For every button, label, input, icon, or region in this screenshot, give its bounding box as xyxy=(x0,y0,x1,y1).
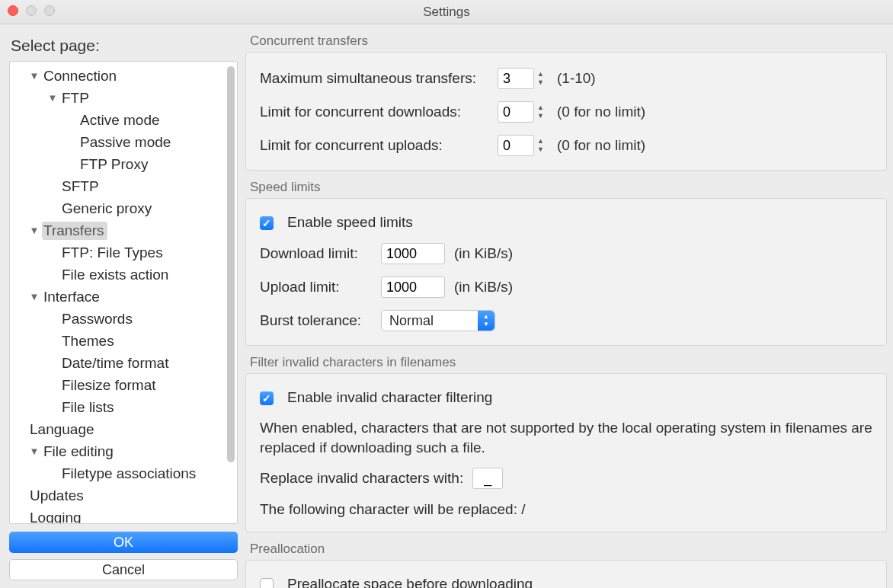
burst-tolerance-select[interactable]: Normal ▲▼ xyxy=(381,310,495,331)
tree-item-label: Themes xyxy=(60,332,117,350)
minimize-icon[interactable] xyxy=(26,5,37,16)
download-limit-label: Download limit: xyxy=(260,245,372,262)
tree-item-language[interactable]: Language xyxy=(16,418,237,440)
concurrent-uploads-input[interactable] xyxy=(498,135,534,156)
concurrent-downloads-stepper[interactable]: ▲▼ xyxy=(498,101,548,123)
disclosure-triangle-icon[interactable]: ▼ xyxy=(28,446,40,457)
max-transfers-stepper[interactable]: ▲▼ xyxy=(498,68,548,89)
tree-item-label: Generic proxy xyxy=(60,200,155,218)
concurrent-uploads-stepper[interactable]: ▲▼ xyxy=(498,135,548,156)
tree-item-label: FTP Proxy xyxy=(78,155,151,174)
tree-item-label: SFTP xyxy=(60,177,102,196)
group-concurrent: Concurrent transfers Maximum simultaneou… xyxy=(245,34,887,171)
tree-item-file-exists-action[interactable]: File exists action xyxy=(16,264,237,286)
tree-item-ftp[interactable]: ▼FTP xyxy=(16,87,237,109)
concurrent-uploads-hint: (0 for no limit) xyxy=(557,137,645,154)
group-title-concurrent: Concurrent transfers xyxy=(245,34,887,52)
tree-item-themes[interactable]: Themes xyxy=(16,330,237,352)
enable-speed-label: Enable speed limits xyxy=(287,214,413,231)
cancel-button[interactable]: Cancel xyxy=(9,559,238,580)
tree-item-label: Passive mode xyxy=(78,133,174,152)
tree-item-label: Connection xyxy=(42,67,120,85)
disclosure-triangle-icon[interactable]: ▼ xyxy=(28,70,40,81)
download-limit-input[interactable] xyxy=(381,243,445,264)
tree-item-label: FTP: File Types xyxy=(60,244,166,262)
upload-limit-input[interactable] xyxy=(381,276,445,298)
max-transfers-input[interactable] xyxy=(498,68,534,89)
tree-item-generic-proxy[interactable]: Generic proxy xyxy=(16,197,237,219)
prealloc-checkbox[interactable] xyxy=(260,578,274,588)
disclosure-triangle-icon[interactable]: ▼ xyxy=(28,291,40,302)
max-transfers-label: Maximum simultaneous transfers: xyxy=(260,70,488,87)
ok-button[interactable]: OK xyxy=(9,532,238,553)
burst-tolerance-value: Normal xyxy=(389,313,434,329)
tree-item-transfers[interactable]: ▼Transfers xyxy=(16,219,237,241)
concurrent-downloads-input[interactable] xyxy=(498,101,534,123)
tree-item-passwords[interactable]: Passwords xyxy=(16,308,237,330)
tree-item-label: Logging xyxy=(28,509,85,524)
max-transfers-hint: (1-10) xyxy=(557,70,596,87)
group-speed: Speed limits Enable speed limits Downloa… xyxy=(245,180,887,346)
stepper-arrows-icon[interactable]: ▲▼ xyxy=(537,138,548,153)
settings-tree: ▼Connection▼FTPActive modePassive modeFT… xyxy=(9,61,238,524)
following-char-label: The following character will be replaced… xyxy=(260,501,526,518)
enable-filter-label: Enable invalid character filtering xyxy=(287,389,492,406)
group-filter: Filter invalid characters in filenames E… xyxy=(245,355,887,532)
cancel-button-label: Cancel xyxy=(102,562,145,578)
tree-item-label: File exists action xyxy=(60,266,171,284)
zoom-icon[interactable] xyxy=(44,5,55,16)
concurrent-downloads-hint: (0 for no limit) xyxy=(557,104,645,120)
stepper-arrows-icon[interactable]: ▲▼ xyxy=(537,104,548,120)
tree-item-file-lists[interactable]: File lists xyxy=(16,396,237,418)
tree-item-label: Transfers xyxy=(42,222,107,240)
tree-item-label: Filesize format xyxy=(60,376,159,395)
replace-char-label: Replace invalid characters with: xyxy=(260,470,463,487)
tree-item-connection[interactable]: ▼Connection xyxy=(16,65,237,87)
tree-item-date-time-format[interactable]: Date/time format xyxy=(16,352,237,374)
tree-item-label: File lists xyxy=(60,398,117,417)
group-title-prealloc: Preallocation xyxy=(245,542,887,560)
ok-button-label: OK xyxy=(114,535,133,551)
download-limit-unit: (in KiB/s) xyxy=(454,245,513,262)
close-icon[interactable] xyxy=(8,5,18,16)
group-title-filter: Filter invalid characters in filenames xyxy=(245,355,887,373)
concurrent-downloads-label: Limit for concurrent downloads: xyxy=(260,104,488,120)
enable-speed-checkbox[interactable] xyxy=(260,216,274,230)
tree-item-filesize-format[interactable]: Filesize format xyxy=(16,374,237,396)
stepper-arrows-icon[interactable]: ▲▼ xyxy=(537,71,548,86)
tree-item-label: Active mode xyxy=(78,111,163,129)
tree-item-label: Interface xyxy=(42,288,103,306)
tree-item-filetype-associations[interactable]: Filetype associations xyxy=(16,462,237,484)
tree-item-label: Filetype associations xyxy=(60,465,199,483)
tree-item-label: File editing xyxy=(42,443,117,461)
tree-item-label: FTP xyxy=(60,89,92,107)
tree-item-active-mode[interactable]: Active mode xyxy=(16,109,237,131)
concurrent-uploads-label: Limit for concurrent uploads: xyxy=(260,137,488,154)
tree-item-logging[interactable]: Logging xyxy=(16,507,237,523)
window-controls xyxy=(8,5,55,16)
tree-item-file-editing[interactable]: ▼File editing xyxy=(16,440,237,462)
group-title-speed: Speed limits xyxy=(245,180,887,198)
prealloc-label: Preallocate space before downloading xyxy=(287,576,533,588)
tree-item-passive-mode[interactable]: Passive mode xyxy=(16,131,237,153)
upload-limit-label: Upload limit: xyxy=(260,279,372,296)
tree-item-label: Passwords xyxy=(60,310,136,328)
burst-tolerance-label: Burst tolerance: xyxy=(260,312,372,329)
tree-item-ftp-proxy[interactable]: FTP Proxy xyxy=(16,153,237,175)
filter-description: When enabled, characters that are not su… xyxy=(260,418,872,457)
tree-item-sftp[interactable]: SFTP xyxy=(16,175,237,197)
replace-char-input[interactable] xyxy=(472,468,503,489)
disclosure-triangle-icon[interactable]: ▼ xyxy=(28,225,40,236)
sidebar-heading: Select page: xyxy=(11,37,238,55)
tree-item-label: Language xyxy=(28,420,98,439)
scrollbar-thumb[interactable] xyxy=(227,66,235,462)
tree-item-interface[interactable]: ▼Interface xyxy=(16,286,237,308)
disclosure-triangle-icon[interactable]: ▼ xyxy=(46,92,59,104)
sidebar: Select page: ▼Connection▼FTPActive modeP… xyxy=(0,24,245,588)
tree-item-ftp-file-types[interactable]: FTP: File Types xyxy=(16,241,237,264)
enable-filter-checkbox[interactable] xyxy=(260,391,274,405)
tree-item-updates[interactable]: Updates xyxy=(16,484,237,507)
group-prealloc: Preallocation Preallocate space before d… xyxy=(245,542,887,588)
window-title: Settings xyxy=(423,5,469,20)
content-pane: Concurrent transfers Maximum simultaneou… xyxy=(245,24,893,588)
